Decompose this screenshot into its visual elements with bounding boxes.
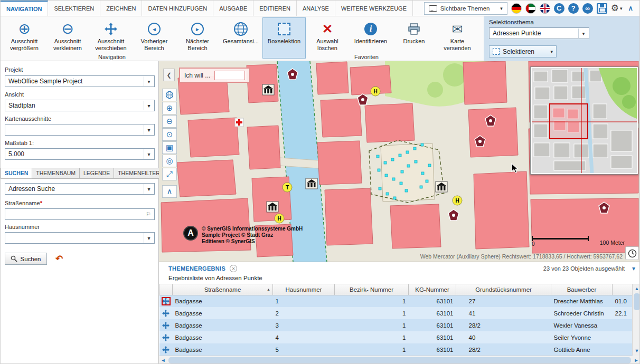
save-session-icon[interactable]: [597, 3, 607, 14]
kartenausschnitte-dropdown[interactable]: [5, 124, 155, 136]
selection-mode-icon: [493, 48, 500, 55]
sidebar-collapse-button[interactable]: ❮: [163, 69, 175, 81]
column-header-strassenname[interactable]: Straßenname▲: [173, 284, 273, 295]
left-sidebar: Projekt WebOffice Sample Project Ansicht…: [1, 61, 159, 364]
results-collapse-icon[interactable]: ▾: [632, 265, 635, 272]
copyright-icon[interactable]: [554, 3, 564, 14]
column-header-grundstuecksnummer[interactable]: Grundstücksnummer: [456, 284, 551, 295]
pan-button[interactable]: Ausschnitt verschieben: [89, 17, 133, 59]
previous-extent-button[interactable]: ◄ Vorheriger Bereich: [133, 17, 176, 59]
horizontal-scrollbar[interactable]: ◄ ►: [159, 356, 640, 364]
tab-selektieren[interactable]: SELEKTIEREN: [48, 1, 100, 16]
map-viewport[interactable]: H H H T ❮: [159, 61, 640, 262]
vertical-scrollbar-thumb[interactable]: [634, 293, 640, 310]
visible-themes-dropdown[interactable]: Sichtbare Themen ▾: [424, 2, 507, 15]
print-button[interactable]: Drucken: [392, 17, 436, 59]
sidebar-tab-themenfilter[interactable]: THEMENFILTER: [114, 168, 164, 178]
link-icon[interactable]: [582, 3, 593, 14]
sidebar-tab-suchen[interactable]: SUCHEN: [1, 168, 32, 178]
map-zoom-out-icon[interactable]: ⊖: [162, 115, 177, 128]
zoom-to-record-icon[interactable]: [162, 322, 170, 329]
tab-ausgabe[interactable]: AUSGABE: [213, 1, 253, 16]
column-header-bauwerber[interactable]: Bauwerber: [551, 284, 613, 295]
table-row[interactable]: Badgasse 1 1 63101 27 Drescher Matthias …: [159, 295, 633, 307]
zoom-in-button[interactable]: ⊕ Ausschnitt vergrößern: [3, 17, 46, 59]
scroll-up-icon[interactable]: ▲: [633, 284, 640, 293]
selection-theme-dropdown[interactable]: Adressen Punkte: [489, 27, 589, 39]
column-header-bezirk-nummer[interactable]: Bezirk- Nummer: [335, 284, 409, 295]
results-tab-themenergebnis[interactable]: THEMENERGEBNIS: [168, 265, 225, 272]
table-row[interactable]: Badgasse 5 1 63101 28/2 Gottlieb Anne: [159, 343, 633, 356]
tab-zeichnen[interactable]: ZEICHNEN: [100, 1, 142, 16]
collapse-toolbar-icon[interactable]: ∧: [626, 4, 635, 12]
scroll-right-icon[interactable]: ►: [632, 356, 640, 364]
map-zoom-window-icon[interactable]: ⊙: [162, 128, 177, 141]
ich-will-input[interactable]: [214, 71, 245, 80]
zoom-to-record-icon[interactable]: [162, 310, 170, 317]
tab-navigation[interactable]: NAVIGATION: [1, 1, 48, 16]
overview-map[interactable]: [530, 66, 638, 175]
full-extent-button[interactable]: Gesamtansi...: [219, 17, 262, 59]
suche-typ-dropdown[interactable]: Adressen Suche: [5, 183, 155, 195]
map-zoom-scale-icon[interactable]: ▣: [162, 141, 177, 154]
settings-gear-button[interactable]: ⚙▾: [611, 3, 623, 14]
button-label: Auswahl löschen: [306, 38, 349, 52]
sidebar-tab-legende[interactable]: LEGENDE: [80, 168, 114, 178]
close-results-icon[interactable]: ✕: [230, 265, 237, 272]
zoom-out-button[interactable]: ⊖ Ausschnitt verkleinern: [46, 17, 89, 59]
hausnummer-input[interactable]: [5, 232, 155, 244]
copyright-line: Editieren © SynerGIS: [202, 238, 303, 245]
tab-daten-hinzufuegen[interactable]: DATEN HINZUFÜGEN: [142, 1, 213, 16]
help-icon[interactable]: [568, 3, 579, 14]
map-zoom-in-icon[interactable]: ⊕: [162, 102, 177, 114]
tab-analyse[interactable]: ANALYSE: [297, 1, 335, 16]
zoom-to-record-icon[interactable]: [162, 346, 170, 353]
history-clock-button[interactable]: [625, 246, 639, 260]
svg-text:H: H: [373, 89, 377, 94]
massstab-dropdown[interactable]: 5.000: [5, 148, 155, 160]
column-header-partial[interactable]: [613, 284, 633, 295]
box-selection-button[interactable]: Boxselektion: [262, 17, 306, 59]
zoom-to-record-icon[interactable]: [162, 334, 170, 341]
reset-search-icon[interactable]: [53, 253, 65, 265]
sidebar-tab-themenbaum[interactable]: THEMENBAUM: [32, 168, 80, 178]
identify-button[interactable]: i Identifizieren: [349, 17, 392, 59]
next-extent-button[interactable]: ► Nächster Bereich: [176, 17, 219, 59]
selektieren-dropdown-button[interactable]: Selektieren ▾: [489, 45, 557, 58]
map-full-extent-globe-icon[interactable]: [162, 89, 177, 101]
overview-extent-rect[interactable]: [550, 104, 588, 139]
map-center-icon[interactable]: ◎: [162, 155, 177, 167]
scroll-down-icon[interactable]: ▼: [633, 347, 640, 355]
column-header-icon[interactable]: [159, 284, 173, 295]
strassenname-input[interactable]: [8, 210, 144, 218]
clear-selection-button[interactable]: ✕ Auswahl löschen: [306, 17, 349, 59]
results-table: Straßenname▲ Hausnummer Bezirk- Nummer K…: [159, 284, 633, 356]
map-fit-selection-icon[interactable]: ⤢: [162, 168, 177, 180]
ansicht-dropdown[interactable]: Stadtplan: [5, 100, 155, 111]
table-row[interactable]: Badgasse 4 1 63101 40 Seiler Yvonne: [159, 331, 633, 343]
column-header-hausnummer[interactable]: Hausnummer: [273, 284, 335, 295]
map-tools-collapse-icon[interactable]: ∧: [162, 185, 177, 198]
button-label: Nächster Bereich: [176, 38, 219, 52]
tab-editieren[interactable]: EDITIEREN: [253, 1, 297, 16]
vertical-scrollbar[interactable]: ▲ ▼: [632, 284, 640, 355]
table-row[interactable]: Badgasse 2 1 63101 41 Schroeder Christin…: [159, 307, 633, 319]
table-row[interactable]: Badgasse 3 1 63101 28/2 Wexler Vanessa: [159, 319, 633, 331]
zoom-to-record-icon[interactable]: [162, 298, 170, 305]
ich-will-search[interactable]: Ich will ...: [179, 68, 250, 83]
ich-will-label: Ich will ...: [184, 72, 210, 79]
send-map-button[interactable]: ✉ Karte versenden: [436, 17, 479, 59]
language-english-flag-icon[interactable]: [540, 3, 550, 14]
horizontal-scrollbar-thumb[interactable]: [168, 357, 631, 363]
language-german-flag-icon[interactable]: [511, 3, 522, 14]
projekt-dropdown[interactable]: WebOffice Sample Project: [5, 75, 155, 87]
suchen-button[interactable]: Suchen: [5, 253, 47, 265]
ansicht-label: Ansicht: [5, 91, 24, 98]
tab-weitere-werkzeuge[interactable]: WEITERE WERKZEUGE: [335, 1, 413, 16]
pin-icon[interactable]: [146, 211, 152, 218]
language-arabic-flag-icon[interactable]: [525, 3, 536, 14]
cell-hausnummer: 5: [273, 343, 335, 356]
column-header-kg-nummer[interactable]: KG-Nummer: [409, 284, 456, 295]
cell-grundstuecksnummer: 28/2: [456, 319, 551, 331]
scroll-left-icon[interactable]: ◄: [159, 356, 167, 364]
